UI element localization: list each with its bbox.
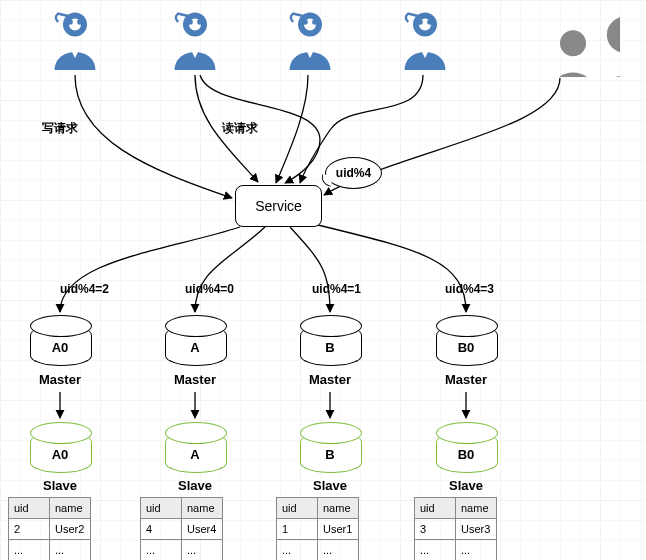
db-slave-1-role: Slave (165, 478, 225, 493)
db-slave-0-role: Slave (30, 478, 90, 493)
table-0: uidname 2User2 ...... (8, 497, 91, 560)
table-0-r1c1: ... (50, 540, 91, 561)
arrows-layer (0, 0, 646, 560)
db-master-0-name: A0 (30, 340, 90, 355)
table-3-r1c1: ... (456, 540, 497, 561)
db-master-2-role: Master (300, 372, 360, 387)
label-read-request: 读请求 (222, 120, 258, 137)
table-2-col-0: uid (277, 498, 318, 519)
service-label: Service (255, 198, 302, 214)
db-master-1-role: Master (165, 372, 225, 387)
table-1-r1c0: ... (141, 540, 182, 561)
table-3-col-1: name (456, 498, 497, 519)
db-slave-1-name: A (165, 447, 225, 462)
client-user-group (510, 12, 620, 80)
route-0: uid%4=2 (60, 282, 109, 296)
db-slave-0-name: A0 (30, 447, 90, 462)
db-master-3-name: B0 (436, 340, 496, 355)
route-3: uid%4=3 (445, 282, 494, 296)
route-1: uid%4=0 (185, 282, 234, 296)
table-2-r0c0: 1 (277, 519, 318, 540)
client-user-3 (285, 10, 335, 73)
db-slave-3-role: Slave (436, 478, 496, 493)
table-0-r0c1: User2 (50, 519, 91, 540)
table-1-col-0: uid (141, 498, 182, 519)
table-2-r1c1: ... (318, 540, 359, 561)
client-user-1 (50, 10, 100, 73)
db-slave-2-name: B (300, 447, 360, 462)
hash-bubble: uid%4 (325, 157, 382, 189)
table-2-r0c1: User1 (318, 519, 359, 540)
table-0-r1c0: ... (9, 540, 50, 561)
table-3-col-0: uid (415, 498, 456, 519)
client-user-2 (170, 10, 220, 73)
table-2-col-1: name (318, 498, 359, 519)
db-master-1-name: A (165, 340, 225, 355)
db-master-0-role: Master (30, 372, 90, 387)
client-user-4 (400, 10, 450, 73)
table-1-r0c0: 4 (141, 519, 182, 540)
table-3-r0c1: User3 (456, 519, 497, 540)
service-node: Service (235, 185, 322, 227)
table-2: uidname 1User1 ...... (276, 497, 359, 560)
table-3: uidname 3User3 ...... (414, 497, 497, 560)
table-3-r0c0: 3 (415, 519, 456, 540)
db-master-3-role: Master (436, 372, 496, 387)
db-slave-2-role: Slave (300, 478, 360, 493)
table-2-r1c0: ... (277, 540, 318, 561)
table-1: uidname 4User4 ...... (140, 497, 223, 560)
label-write-request: 写请求 (42, 120, 78, 137)
table-1-r1c1: ... (182, 540, 223, 561)
table-1-r0c1: User4 (182, 519, 223, 540)
table-1-col-1: name (182, 498, 223, 519)
route-2: uid%4=1 (312, 282, 361, 296)
table-0-r0c0: 2 (9, 519, 50, 540)
hash-label: uid%4 (336, 166, 371, 180)
table-3-r1c0: ... (415, 540, 456, 561)
db-slave-3-name: B0 (436, 447, 496, 462)
table-0-col-0: uid (9, 498, 50, 519)
table-0-col-1: name (50, 498, 91, 519)
db-master-2-name: B (300, 340, 360, 355)
